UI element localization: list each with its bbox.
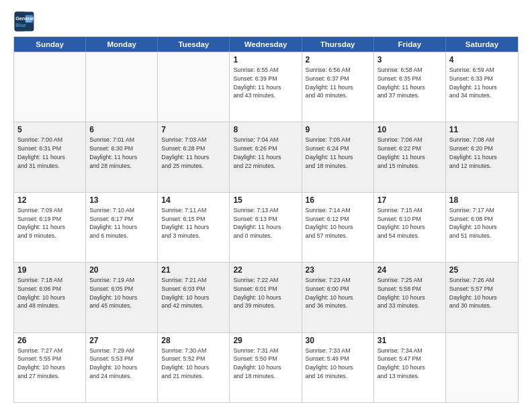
day-cell-29: 29Sunrise: 7:31 AM Sunset: 5:50 PM Dayli… <box>230 333 302 402</box>
day-info: Sunrise: 7:14 AM Sunset: 6:12 PM Dayligh… <box>306 206 370 240</box>
day-info: Sunrise: 6:58 AM Sunset: 6:35 PM Dayligh… <box>378 66 442 100</box>
header: General Blue <box>13 11 519 32</box>
day-info: Sunrise: 7:03 AM Sunset: 6:28 PM Dayligh… <box>161 136 226 170</box>
day-number: 7 <box>161 125 226 134</box>
day-number: 10 <box>378 125 442 134</box>
day-number: 17 <box>378 195 442 205</box>
day-number: 24 <box>378 265 442 275</box>
day-cell-8: 8Sunrise: 7:04 AM Sunset: 6:26 PM Daylig… <box>230 122 302 191</box>
day-number: 18 <box>449 195 515 205</box>
day-info: Sunrise: 7:34 AM Sunset: 5:47 PM Dayligh… <box>378 347 442 381</box>
day-cell-15: 15Sunrise: 7:13 AM Sunset: 6:13 PM Dayli… <box>230 193 302 262</box>
day-cell-11: 11Sunrise: 7:08 AM Sunset: 6:20 PM Dayli… <box>446 122 518 191</box>
empty-cell <box>14 52 86 122</box>
day-info: Sunrise: 7:04 AM Sunset: 6:26 PM Dayligh… <box>233 136 298 170</box>
day-number: 15 <box>233 195 298 205</box>
day-cell-31: 31Sunrise: 7:34 AM Sunset: 5:47 PM Dayli… <box>374 333 446 402</box>
day-number: 16 <box>306 195 370 205</box>
day-info: Sunrise: 7:31 AM Sunset: 5:50 PM Dayligh… <box>233 347 298 381</box>
day-info: Sunrise: 7:06 AM Sunset: 6:22 PM Dayligh… <box>378 136 442 170</box>
day-info: Sunrise: 6:56 AM Sunset: 6:37 PM Dayligh… <box>306 66 370 100</box>
day-cell-1: 1Sunrise: 6:55 AM Sunset: 6:39 PM Daylig… <box>230 52 302 122</box>
day-cell-7: 7Sunrise: 7:03 AM Sunset: 6:28 PM Daylig… <box>158 122 230 191</box>
calendar-week-5: 26Sunrise: 7:27 AM Sunset: 5:55 PM Dayli… <box>14 332 518 402</box>
day-number: 6 <box>89 125 154 134</box>
day-info: Sunrise: 7:25 AM Sunset: 5:58 PM Dayligh… <box>378 276 442 310</box>
day-number: 1 <box>233 55 298 64</box>
day-cell-21: 21Sunrise: 7:21 AM Sunset: 6:03 PM Dayli… <box>158 263 230 332</box>
day-cell-18: 18Sunrise: 7:17 AM Sunset: 6:08 PM Dayli… <box>446 193 518 262</box>
day-info: Sunrise: 7:09 AM Sunset: 6:19 PM Dayligh… <box>17 206 82 240</box>
page: General Blue SundayMondayTuesdayWednesda… <box>0 0 532 411</box>
svg-text:General: General <box>15 15 34 21</box>
day-cell-17: 17Sunrise: 7:15 AM Sunset: 6:10 PM Dayli… <box>374 193 446 262</box>
day-cell-13: 13Sunrise: 7:10 AM Sunset: 6:17 PM Dayli… <box>86 193 158 262</box>
empty-cell <box>158 52 230 122</box>
day-info: Sunrise: 7:21 AM Sunset: 6:03 PM Dayligh… <box>161 276 226 310</box>
day-number: 4 <box>449 55 515 64</box>
day-number: 26 <box>17 336 82 345</box>
day-cell-5: 5Sunrise: 7:00 AM Sunset: 6:31 PM Daylig… <box>14 122 86 191</box>
day-cell-9: 9Sunrise: 7:05 AM Sunset: 6:24 PM Daylig… <box>302 122 374 191</box>
day-cell-19: 19Sunrise: 7:18 AM Sunset: 6:06 PM Dayli… <box>14 263 86 332</box>
day-info: Sunrise: 7:05 AM Sunset: 6:24 PM Dayligh… <box>306 136 370 170</box>
calendar-week-3: 12Sunrise: 7:09 AM Sunset: 6:19 PM Dayli… <box>14 192 518 262</box>
day-number: 22 <box>233 265 298 275</box>
day-number: 14 <box>161 195 226 205</box>
day-info: Sunrise: 7:17 AM Sunset: 6:08 PM Dayligh… <box>449 206 515 240</box>
day-info: Sunrise: 7:27 AM Sunset: 5:55 PM Dayligh… <box>17 347 82 381</box>
day-cell-30: 30Sunrise: 7:33 AM Sunset: 5:49 PM Dayli… <box>302 333 374 402</box>
day-info: Sunrise: 7:19 AM Sunset: 6:05 PM Dayligh… <box>89 276 154 310</box>
day-number: 23 <box>306 265 370 275</box>
day-number: 31 <box>378 336 442 345</box>
day-number: 21 <box>161 265 226 275</box>
day-info: Sunrise: 7:26 AM Sunset: 5:57 PM Dayligh… <box>449 276 515 310</box>
day-cell-24: 24Sunrise: 7:25 AM Sunset: 5:58 PM Dayli… <box>374 263 446 332</box>
day-number: 27 <box>89 336 154 345</box>
header-day-tuesday: Tuesday <box>158 37 230 52</box>
calendar-header-row: SundayMondayTuesdayWednesdayThursdayFrid… <box>14 37 518 52</box>
day-number: 30 <box>306 336 370 345</box>
calendar-week-4: 19Sunrise: 7:18 AM Sunset: 6:06 PM Dayli… <box>14 262 518 332</box>
day-number: 3 <box>378 55 442 64</box>
day-number: 29 <box>233 336 298 345</box>
day-number: 2 <box>306 55 370 64</box>
day-info: Sunrise: 7:29 AM Sunset: 5:53 PM Dayligh… <box>89 347 154 381</box>
day-info: Sunrise: 7:11 AM Sunset: 6:15 PM Dayligh… <box>161 206 226 240</box>
day-number: 9 <box>306 125 370 134</box>
day-number: 12 <box>17 195 82 205</box>
calendar-week-2: 5Sunrise: 7:00 AM Sunset: 6:31 PM Daylig… <box>14 122 518 191</box>
day-cell-3: 3Sunrise: 6:58 AM Sunset: 6:35 PM Daylig… <box>374 52 446 122</box>
day-info: Sunrise: 7:15 AM Sunset: 6:10 PM Dayligh… <box>378 206 442 240</box>
day-cell-2: 2Sunrise: 6:56 AM Sunset: 6:37 PM Daylig… <box>302 52 374 122</box>
day-cell-25: 25Sunrise: 7:26 AM Sunset: 5:57 PM Dayli… <box>446 263 518 332</box>
header-day-friday: Friday <box>374 37 446 52</box>
header-day-thursday: Thursday <box>302 37 374 52</box>
day-info: Sunrise: 7:10 AM Sunset: 6:17 PM Dayligh… <box>89 206 154 240</box>
day-number: 20 <box>89 265 154 275</box>
header-day-sunday: Sunday <box>14 37 86 52</box>
day-cell-27: 27Sunrise: 7:29 AM Sunset: 5:53 PM Dayli… <box>86 333 158 402</box>
calendar: SundayMondayTuesdayWednesdayThursdayFrid… <box>13 36 519 403</box>
header-day-saturday: Saturday <box>446 37 518 52</box>
day-cell-28: 28Sunrise: 7:30 AM Sunset: 5:52 PM Dayli… <box>158 333 230 402</box>
day-cell-10: 10Sunrise: 7:06 AM Sunset: 6:22 PM Dayli… <box>374 122 446 191</box>
day-cell-20: 20Sunrise: 7:19 AM Sunset: 6:05 PM Dayli… <box>86 263 158 332</box>
day-info: Sunrise: 7:30 AM Sunset: 5:52 PM Dayligh… <box>161 347 226 381</box>
day-info: Sunrise: 7:23 AM Sunset: 6:00 PM Dayligh… <box>306 276 370 310</box>
logo: General Blue <box>13 11 35 32</box>
day-info: Sunrise: 7:22 AM Sunset: 6:01 PM Dayligh… <box>233 276 298 310</box>
day-info: Sunrise: 7:00 AM Sunset: 6:31 PM Dayligh… <box>17 136 82 170</box>
calendar-body: 1Sunrise: 6:55 AM Sunset: 6:39 PM Daylig… <box>14 52 518 402</box>
day-number: 8 <box>233 125 298 134</box>
day-info: Sunrise: 7:13 AM Sunset: 6:13 PM Dayligh… <box>233 206 298 240</box>
day-info: Sunrise: 6:59 AM Sunset: 6:33 PM Dayligh… <box>449 66 515 100</box>
empty-cell <box>86 52 158 122</box>
day-number: 28 <box>161 336 226 345</box>
day-info: Sunrise: 7:33 AM Sunset: 5:49 PM Dayligh… <box>306 347 370 381</box>
empty-cell <box>446 333 518 402</box>
day-cell-22: 22Sunrise: 7:22 AM Sunset: 6:01 PM Dayli… <box>230 263 302 332</box>
day-number: 13 <box>89 195 154 205</box>
day-number: 11 <box>449 125 515 134</box>
day-number: 5 <box>17 125 82 134</box>
